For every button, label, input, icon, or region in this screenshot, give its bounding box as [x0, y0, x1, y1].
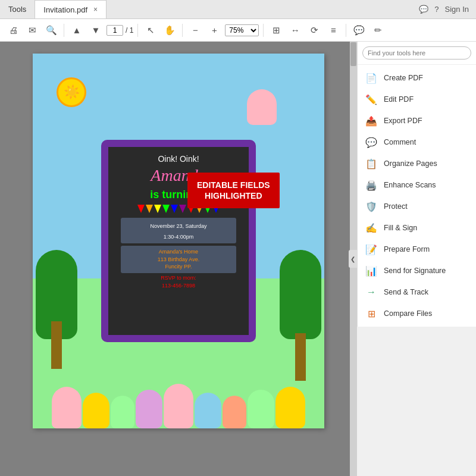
tool-search-input[interactable]: [362, 46, 471, 60]
more-tools-button[interactable]: ≡: [325, 22, 342, 39]
pen-button[interactable]: ✏: [369, 22, 386, 39]
toolbar: 🖨 ✉ 🔍 ▲ ▼ / 1 ↖ ✋ − + 75% 50% 100% 125% …: [0, 19, 476, 42]
page-nav: / 1: [107, 25, 133, 36]
toolbar-divider-2: [137, 24, 138, 37]
signin-button[interactable]: Sign In: [445, 5, 469, 14]
char-4: [136, 390, 162, 428]
tool-item-prepare-form[interactable]: 📝 Prepare Form: [358, 239, 476, 260]
flag-1: [137, 205, 145, 213]
editable-tooltip-line2: HIGHLIGHTED: [197, 190, 270, 201]
page-number-input[interactable]: [107, 25, 123, 36]
cursor-tool-button[interactable]: ↖: [142, 22, 159, 39]
export-pdf-label: Export PDF: [384, 117, 469, 125]
flag-3: [154, 205, 161, 213]
char-7: [223, 396, 246, 428]
editable-fields-tooltip: EDITABLE FIELDS HIGHLIGHTED: [187, 173, 280, 208]
tab-close-icon[interactable]: ×: [93, 5, 98, 14]
file-tab[interactable]: Invitation.pdf ×: [35, 0, 107, 18]
page-total: / 1: [126, 26, 133, 35]
search-button[interactable]: 🔍: [43, 22, 60, 39]
protect-icon: 🛡️: [365, 200, 378, 213]
help-icon[interactable]: ?: [434, 5, 439, 14]
flag-2: [146, 205, 153, 213]
tool-item-fill-sign[interactable]: ✍️ Fill & Sign: [358, 217, 476, 239]
send-track-icon: →: [365, 286, 378, 299]
chalkboard: Oink! Oink! Amanda is turning 3: [101, 140, 256, 342]
export-pdf-icon: 📤: [365, 114, 378, 127]
tool-item-export-pdf[interactable]: 📤 Export PDF: [358, 110, 476, 131]
chat-icon[interactable]: 💬: [419, 5, 428, 14]
char-1: [52, 387, 82, 428]
title-bar-right: 💬 ? Sign In: [419, 5, 476, 14]
organize-pages-icon: 📋: [365, 157, 378, 170]
email-button[interactable]: ✉: [24, 22, 40, 39]
fill-sign-icon: ✍️: [365, 221, 378, 234]
tool-item-send-for-signature[interactable]: 📊 Send for Signature: [358, 260, 476, 281]
date-block: November 23, Saturday 1:30-4:00pm: [121, 218, 236, 243]
hand-tool-button[interactable]: ✋: [161, 22, 178, 39]
tool-item-create-pdf[interactable]: 📄 Create PDF: [358, 67, 476, 89]
main-area: ☀️: [0, 42, 476, 476]
edit-pdf-label: Edit PDF: [384, 95, 469, 104]
compare-files-icon: ⊞: [365, 307, 378, 320]
send-for-signature-icon: 📊: [365, 264, 378, 277]
char-2: [83, 393, 109, 428]
tool-item-edit-pdf[interactable]: ✏️ Edit PDF: [358, 89, 476, 110]
tools-tab[interactable]: Tools: [0, 0, 35, 18]
fit-width-button[interactable]: ↔: [287, 22, 303, 39]
send-for-signature-label: Send for Signature: [384, 267, 469, 275]
tool-item-organize-pages[interactable]: 📋 Organize Pages: [358, 153, 476, 174]
address-label: Amanda's Home: [123, 248, 234, 256]
flag-4: [162, 205, 170, 213]
title-bar: Tools Invitation.pdf × 💬 ? Sign In: [0, 0, 476, 19]
comment-button[interactable]: 💬: [350, 22, 367, 39]
fill-sign-label: Fill & Sign: [384, 224, 469, 232]
char-6: [195, 393, 221, 428]
time-text: 1:30-4:00pm: [123, 233, 234, 242]
file-tab-label: Invitation.pdf: [43, 5, 87, 14]
toolbar-divider-1: [64, 24, 64, 37]
address-block: Amanda's Home 113 Birthday Ave. Funcity …: [121, 246, 236, 273]
toolbar-divider-5: [346, 24, 346, 37]
create-pdf-icon: 📄: [365, 71, 378, 84]
rotate-button[interactable]: ⟳: [306, 22, 322, 39]
panel-expand-button[interactable]: ❮: [349, 250, 357, 268]
comment-label: Comment: [384, 138, 469, 146]
zoom-out-button[interactable]: −: [187, 22, 203, 39]
sun-face: ☀️: [57, 77, 86, 107]
date-text: November 23, Saturday: [123, 223, 234, 231]
char-3: [111, 396, 134, 428]
prev-page-button[interactable]: ▲: [68, 22, 85, 39]
pdf-viewer[interactable]: ☀️: [0, 42, 357, 476]
scroll-thumb[interactable]: [350, 42, 356, 66]
fit-page-button[interactable]: ⊞: [268, 22, 284, 39]
tool-item-comment[interactable]: 💬 Comment: [358, 131, 476, 153]
tool-item-compare-files[interactable]: ⊞ Compare Files: [358, 303, 476, 324]
invitation-background: ☀️: [33, 54, 324, 428]
prepare-form-icon: 📝: [365, 243, 378, 256]
toolbar-divider-4: [263, 24, 264, 37]
flag-5: [171, 205, 178, 213]
panel-search: [358, 42, 476, 65]
print-button[interactable]: 🖨: [5, 22, 21, 39]
flag-6: [179, 205, 186, 213]
tool-item-protect[interactable]: 🛡️ Protect: [358, 196, 476, 217]
pdf-page: ☀️: [33, 54, 324, 428]
char-5: [164, 384, 193, 428]
expand-icon: ❮: [350, 256, 355, 262]
phone-text: 113-456-7898: [162, 283, 195, 289]
address-line1: 113 Birthday Ave.: [123, 256, 234, 264]
enhance-scans-icon: 🖨️: [365, 178, 378, 192]
char-9: [275, 387, 305, 428]
tool-item-enhance-scans[interactable]: 🖨️ Enhance Scans: [358, 174, 476, 196]
right-panel-wrapper: ❮ 📄 Create PDF ✏️ Edit PDF 📤 Export PDF: [357, 42, 476, 476]
editable-tooltip-line1: EDITABLE FIELDS: [197, 180, 270, 190]
toolbar-divider-3: [182, 24, 183, 37]
create-pdf-label: Create PDF: [384, 74, 469, 82]
zoom-select[interactable]: 75% 50% 100% 125%: [225, 24, 259, 36]
address-line2: Funcity PP.: [123, 263, 234, 271]
prepare-form-label: Prepare Form: [384, 245, 469, 253]
tool-item-send-track[interactable]: → Send & Track: [358, 281, 476, 303]
next-page-button[interactable]: ▼: [87, 22, 104, 39]
zoom-in-button[interactable]: +: [206, 22, 223, 39]
